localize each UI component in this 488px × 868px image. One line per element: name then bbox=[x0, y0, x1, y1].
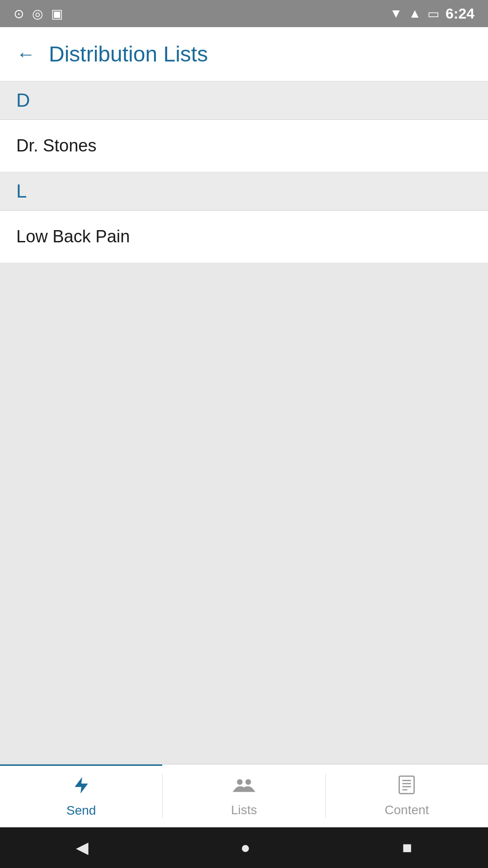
nav-item-lists[interactable]: Lists bbox=[163, 764, 325, 827]
empty-area bbox=[0, 263, 488, 764]
content-doc-icon bbox=[395, 775, 418, 799]
send-lightning-icon bbox=[71, 775, 91, 800]
svg-point-1 bbox=[237, 779, 243, 785]
lists-people-icon bbox=[233, 775, 255, 799]
signal-icon: ▲ bbox=[408, 6, 421, 21]
wifi-icon: ▼ bbox=[390, 6, 403, 21]
sync-icon: ◎ bbox=[32, 6, 43, 21]
clipboard-icon: ▣ bbox=[51, 6, 63, 21]
svg-point-2 bbox=[245, 779, 251, 785]
status-bar: ⊙ ◎ ▣ ▼ ▲ ▭ 6:24 bbox=[0, 0, 488, 27]
system-nav-bar: ◀ ● ■ bbox=[0, 827, 488, 868]
section-header-d: D bbox=[0, 81, 488, 120]
list-item-low-back-pain[interactable]: Low Back Pain bbox=[0, 211, 488, 263]
circle-icon: ⊙ bbox=[14, 6, 24, 21]
system-recent-button[interactable]: ■ bbox=[402, 838, 412, 857]
section-header-l: L bbox=[0, 172, 488, 211]
page-title: Distribution Lists bbox=[49, 42, 208, 66]
list-item-label: Dr. Stones bbox=[16, 136, 96, 155]
status-bar-left: ⊙ ◎ ▣ bbox=[14, 6, 63, 21]
nav-content-label: Content bbox=[385, 803, 429, 817]
section-letter-d: D bbox=[16, 90, 30, 111]
nav-item-content[interactable]: Content bbox=[326, 764, 488, 827]
system-home-button[interactable]: ● bbox=[240, 838, 250, 857]
header: ← Distribution Lists bbox=[0, 27, 488, 81]
battery-icon: ▭ bbox=[427, 6, 439, 21]
content-area: D Dr. Stones L Low Back Pain bbox=[0, 81, 488, 764]
nav-lists-label: Lists bbox=[231, 803, 257, 817]
back-button[interactable]: ← bbox=[16, 43, 35, 65]
svg-rect-3 bbox=[399, 776, 414, 793]
nav-item-send[interactable]: Send bbox=[0, 764, 162, 827]
status-bar-right: ▼ ▲ ▭ 6:24 bbox=[390, 5, 474, 22]
status-time: 6:24 bbox=[446, 5, 474, 22]
nav-send-label: Send bbox=[66, 803, 96, 818]
system-back-button[interactable]: ◀ bbox=[76, 838, 89, 857]
svg-marker-0 bbox=[75, 777, 88, 794]
section-letter-l: L bbox=[16, 180, 27, 202]
list-item-dr-stones[interactable]: Dr. Stones bbox=[0, 120, 488, 172]
list-item-label: Low Back Pain bbox=[16, 227, 130, 246]
bottom-nav: Send Lists Content bbox=[0, 764, 488, 827]
